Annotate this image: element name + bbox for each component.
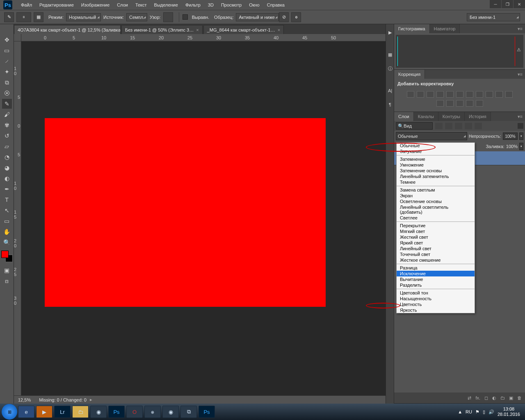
menu-3d[interactable]: 3D — [204, 2, 217, 7]
menu-select[interactable]: Выделение — [151, 2, 182, 7]
doc-tab-2[interactable]: Без имени-1 @ 50% (Эллипс 3…× — [121, 25, 203, 34]
type-tool-icon[interactable]: T — [2, 195, 12, 205]
mode-select[interactable]: Нормальный — [66, 13, 101, 21]
brush-panel-icon[interactable]: ▦ — [34, 12, 43, 22]
blend-item[interactable]: Темнее — [397, 179, 475, 185]
menu-help[interactable]: Справка — [263, 2, 288, 7]
maximize-button[interactable]: ❐ — [502, 0, 513, 8]
tray-flag-icon[interactable]: ▲ — [458, 409, 462, 414]
blend-item[interactable]: Линейный затемнитель — [397, 173, 475, 179]
blend-item[interactable]: Точечный свет — [397, 251, 475, 257]
filter-shape-icon[interactable] — [465, 123, 472, 129]
menu-window[interactable]: Окно — [245, 2, 263, 7]
navigator-tab[interactable]: Навигатор — [430, 24, 460, 33]
zoom-tool-icon[interactable]: 🔍 — [2, 237, 12, 247]
new-layer-icon[interactable]: ▣ — [509, 395, 513, 401]
history-tab[interactable]: История — [465, 112, 491, 121]
menu-edit[interactable]: Редактирование — [36, 2, 78, 7]
blend-item[interactable]: Затемнение основы — [397, 168, 475, 173]
blend-item[interactable]: Умножение — [397, 162, 475, 168]
doc-tab-3[interactable]: _MG_8644 как смарт-объект-1…× — [203, 25, 284, 34]
blur-tool-icon[interactable]: ◕ — [2, 163, 12, 173]
blend-item[interactable]: Яркость — [397, 307, 475, 313]
opacity-dropdown-icon[interactable]: ▾ — [519, 132, 523, 140]
histogram-tab[interactable]: Гистограмма — [394, 24, 430, 33]
close-button[interactable]: ✕ — [514, 0, 525, 8]
link-icon[interactable]: ⇄ — [468, 395, 471, 401]
eraser-tool-icon[interactable]: ▱ — [2, 142, 12, 151]
photoshop-task-icon[interactable]: Ps — [108, 406, 125, 418]
bw-icon[interactable] — [476, 91, 483, 98]
minimize-button[interactable]: ─ — [490, 0, 501, 8]
adjustment-icon[interactable]: ◐ — [492, 395, 496, 401]
quickmask-icon[interactable]: ▣ — [2, 265, 12, 275]
color-swatches[interactable] — [1, 251, 13, 262]
panel-menu-icon[interactable]: ▾≡ — [515, 114, 525, 119]
actions-icon[interactable]: ▦ — [386, 49, 394, 60]
filter-toggle[interactable] — [518, 123, 523, 129]
move-tool-icon[interactable]: ✥ — [2, 35, 12, 45]
ignore-adj-icon[interactable]: ⊘ — [279, 12, 289, 22]
fill-value[interactable]: 100% — [506, 144, 518, 149]
close-icon[interactable]: × — [196, 27, 199, 32]
play-icon[interactable]: ▶ — [386, 27, 394, 38]
blend-item[interactable]: Цветовой тон — [397, 290, 475, 296]
blend-item[interactable]: Вычитание — [397, 276, 475, 282]
filter-select[interactable]: 🔍 Вид — [396, 122, 433, 130]
explorer-icon[interactable]: 🗀 — [72, 406, 89, 418]
crop-tool-icon[interactable]: ⧉ — [2, 78, 12, 87]
brush-tool-icon[interactable]: 🖌 — [2, 110, 12, 119]
layers-tab[interactable]: Слои — [394, 112, 414, 121]
levels-icon[interactable] — [417, 91, 424, 98]
blend-item[interactable]: Обычные — [397, 143, 475, 148]
mask-icon[interactable]: ◻ — [484, 395, 488, 401]
start-button[interactable]: ⊞ — [2, 404, 17, 420]
blend-mode-select[interactable]: Обычные Обычные Затухание Затемнение Умн… — [396, 132, 467, 140]
marquee-tool-icon[interactable]: ▭ — [2, 46, 12, 55]
menu-image[interactable]: Изображение — [78, 2, 113, 7]
tray-more-icon[interactable]: ⚑ — [475, 409, 479, 415]
mediaplayer-icon[interactable]: ▶ — [36, 406, 52, 418]
brush-preview[interactable]: 8 — [16, 12, 31, 22]
healing-tool-icon[interactable]: ✎ — [2, 99, 12, 109]
blend-item[interactable]: Перекрытие — [397, 223, 475, 228]
group-icon[interactable]: 🗀 — [500, 395, 505, 400]
workspace-select[interactable]: Без имени-1 — [467, 13, 520, 21]
clock[interactable]: 13:08 28.01.2016 — [498, 406, 520, 417]
blend-item[interactable]: Разделить — [397, 282, 475, 288]
colorbalance-icon[interactable] — [466, 91, 473, 98]
channels-tab[interactable]: Каналы — [414, 112, 438, 121]
lightroom-icon[interactable]: Lr — [54, 406, 71, 418]
menu-view[interactable]: Просмотр — [217, 2, 245, 7]
tool-preset-icon[interactable]: ✎ — [4, 12, 14, 22]
source-select[interactable]: Семпл. — [126, 13, 147, 21]
panel-menu-icon[interactable]: ▾≡ — [515, 26, 525, 32]
warning-icon[interactable]: ⚠ — [517, 47, 521, 52]
snagit-icon[interactable]: ⎈ — [144, 406, 161, 418]
blend-item[interactable]: Линейный осветлитель (добавить) — [397, 204, 475, 215]
hand-tool-icon[interactable]: ✋ — [2, 227, 12, 237]
channelmixer-icon[interactable] — [495, 91, 503, 98]
posterize-icon[interactable] — [446, 100, 454, 107]
blend-item[interactable]: Затемнение — [397, 156, 475, 162]
history-brush-icon[interactable]: ↺ — [2, 131, 12, 141]
fill-dropdown-icon[interactable]: ▾ — [519, 143, 523, 150]
selectivecolor-icon[interactable] — [476, 100, 483, 107]
pen-tool-icon[interactable]: ✒ — [2, 184, 12, 194]
blend-item[interactable]: Затухание — [397, 148, 475, 154]
curves-icon[interactable] — [427, 91, 434, 98]
colorlookup-icon[interactable] — [505, 91, 513, 98]
blend-item[interactable]: Экран — [397, 193, 475, 199]
pressure-icon[interactable]: ៙ — [291, 12, 301, 22]
dodge-tool-icon[interactable]: ◐ — [2, 173, 12, 183]
opacity-value[interactable]: 100% — [503, 132, 518, 140]
doc-tab-1[interactable]: 4O7A3804 как смарт-объект-1 @ 12,5% (Зал… — [14, 25, 121, 34]
blend-item[interactable]: Осветление основы — [397, 199, 475, 204]
canvas[interactable] — [45, 118, 326, 307]
char-icon[interactable]: A| — [386, 85, 394, 96]
path-tool-icon[interactable]: ↖ — [2, 205, 12, 215]
brightness-icon[interactable] — [407, 91, 414, 98]
foreground-color[interactable] — [1, 251, 9, 258]
filter-smart-icon[interactable] — [475, 123, 482, 129]
blend-item[interactable]: Замена светлым — [397, 187, 475, 193]
